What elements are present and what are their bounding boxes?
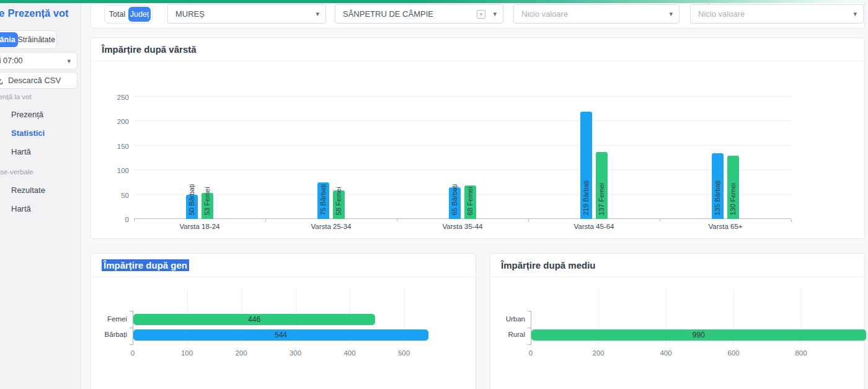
- sidebar-item-prezenta[interactable]: Prezență: [11, 110, 43, 119]
- x-tick-label: 100: [181, 349, 193, 357]
- bar-label: 53 Femei: [203, 187, 211, 215]
- sidebar-item-statistici[interactable]: Statistici: [11, 128, 45, 138]
- x-category-label: Varsta 65+: [660, 223, 791, 230]
- nav-section-prezenta-la-vot: Prezență la vot: [0, 93, 32, 101]
- x-tick-label: 0: [529, 349, 533, 357]
- category-label: Femei: [84, 315, 127, 323]
- x-axis-tick: [134, 219, 135, 221]
- environment-chart-title: Împărțire după mediu: [501, 260, 596, 271]
- nivel-judet-button[interactable]: Județ: [128, 7, 151, 22]
- bar-Femei[interactable]: 446: [133, 314, 375, 325]
- time-select-value: Luni 07:00: [0, 56, 22, 65]
- sidebar-item-harta-rezultate[interactable]: Hartă: [11, 204, 31, 213]
- y-tick-label: 100: [102, 167, 129, 174]
- age-chart-card: Împărțire după vârstă 05010015020025050 …: [91, 37, 865, 239]
- sidebar: e Prezență vot România Străinătate Luni …: [0, 0, 81, 389]
- value-label: 446: [248, 315, 260, 324]
- category-label: Bărbați: [84, 331, 127, 338]
- x-tick-label: 800: [795, 349, 807, 357]
- gender-chart-plot: 0100200300400500Femei446Bărbați544: [133, 311, 467, 345]
- category-axis-tick: [130, 311, 133, 311]
- nivel-segmented-control: Total Județ: [104, 5, 153, 24]
- nivel-total-button[interactable]: Total: [106, 7, 128, 22]
- bar-label: 219 Bărbați: [582, 181, 590, 215]
- sectie-select[interactable]: Nicio valoare ▾: [690, 4, 864, 24]
- toggle-strainatate[interactable]: Străinătate: [18, 32, 56, 47]
- y-tick-label: 150: [102, 143, 129, 150]
- environment-chart-card: Împărțire după mediu 0200400600800UrbanR…: [490, 253, 865, 389]
- x-tick-label: 0: [131, 349, 135, 357]
- age-chart-plot: 05010015020025050 Bărbați53 FemeiVarsta …: [134, 69, 791, 219]
- progress-strip: [0, 0, 868, 3]
- bar-label: 137 Femei: [598, 183, 606, 215]
- category-axis-tick: [130, 344, 133, 345]
- bar-label: 58 Femei: [335, 187, 343, 215]
- chevron-down-icon: ▾: [493, 11, 497, 17]
- chevron-down-icon: ▾: [669, 11, 673, 17]
- toggle-romania[interactable]: România: [0, 32, 18, 47]
- nav-section-procese-verbale: Procese-verbale: [0, 168, 33, 176]
- y-tick-label: 200: [102, 118, 129, 125]
- sidebar-header: e Prezență vot: [0, 7, 69, 20]
- bar-label: 50 Bărbați: [188, 184, 196, 215]
- value-label: 544: [275, 331, 287, 339]
- bar-Bărbați[interactable]: 544: [133, 329, 428, 341]
- category-axis-tick: [528, 344, 531, 345]
- bar-label: 75 Bărbați: [319, 184, 327, 215]
- category-axis-tick: [528, 311, 531, 311]
- x-axis-tick: [791, 219, 792, 221]
- x-tick-label: 300: [290, 349, 301, 357]
- sectie-placeholder: Nicio valoare: [698, 9, 745, 19]
- y-tick-label: 50: [102, 192, 129, 199]
- download-csv-button[interactable]: Descarcă CSV: [0, 72, 78, 89]
- sidebar-item-rezultate[interactable]: Rezultate: [11, 186, 45, 195]
- sidebar-item-harta-prezenta[interactable]: Hartă: [11, 147, 31, 156]
- judet-select-value: MUREȘ: [175, 9, 205, 19]
- time-select[interactable]: Luni 07:00 ▾: [0, 52, 78, 69]
- gender-chart-card: Împărțire după gen 0100200300400500Femei…: [91, 253, 476, 389]
- x-category-label: Varsta 45-64: [528, 223, 660, 230]
- bar-label: 68 Femei: [466, 187, 474, 215]
- y-tick-label: 0: [102, 216, 129, 223]
- category-label: Rural: [482, 331, 525, 338]
- bar-Rural[interactable]: 990: [531, 329, 866, 341]
- page: e Prezență vot România Străinătate Luni …: [0, 0, 868, 389]
- gridline-y-150: [134, 145, 791, 146]
- chevron-down-icon: ▾: [316, 11, 319, 17]
- gridline-y-100: [134, 169, 791, 170]
- x-axis-tick: [265, 219, 266, 221]
- selected-text: Împărțire după gen: [102, 259, 189, 271]
- card-header: Împărțire după gen: [91, 254, 476, 277]
- localitate-select[interactable]: Nicio valoare ▾: [513, 4, 680, 24]
- x-category-label: Varsta 18-24: [134, 223, 265, 230]
- country-toggle: România Străinătate: [0, 30, 57, 49]
- card-header: Împărțire după mediu: [490, 254, 864, 277]
- category-axis-tick: [130, 328, 133, 328]
- x-tick-label: 400: [343, 349, 355, 357]
- chevron-down-icon: ▾: [853, 11, 857, 17]
- bar-label: 130 Femei: [729, 183, 737, 215]
- bar-label: 65 Bărbați: [451, 184, 459, 215]
- y-tick-label: 250: [102, 94, 129, 101]
- judet-select[interactable]: MUREȘ ▾: [167, 4, 326, 24]
- card-header: Împărțire după vârstă: [91, 38, 864, 61]
- x-tick-label: 200: [592, 349, 604, 357]
- localitate-placeholder: Nicio valoare: [521, 9, 568, 19]
- uat-select-value: SÂNPETRU DE CÂMPIE: [343, 9, 433, 19]
- category-label: Urban: [482, 315, 525, 323]
- value-label: 990: [693, 331, 705, 339]
- x-tick-label: 500: [398, 349, 410, 357]
- uat-select[interactable]: SÂNPETRU DE CÂMPIE × ▾: [335, 4, 503, 24]
- bar-label: 135 Bărbați: [714, 181, 722, 215]
- download-icon: [0, 76, 4, 85]
- clear-icon[interactable]: ×: [477, 10, 485, 19]
- x-tick-label: 400: [660, 349, 671, 357]
- x-axis-tick: [660, 219, 660, 221]
- environment-chart-plot: 0200400600800UrbanRural990: [531, 311, 866, 345]
- gridline-y-50: [134, 194, 791, 195]
- x-axis-tick: [397, 219, 397, 221]
- category-axis-line: [531, 311, 531, 345]
- gridline-y-200: [134, 120, 791, 121]
- age-chart-title: Împărțire după vârstă: [102, 44, 197, 55]
- download-csv-label: Descarcă CSV: [8, 76, 61, 85]
